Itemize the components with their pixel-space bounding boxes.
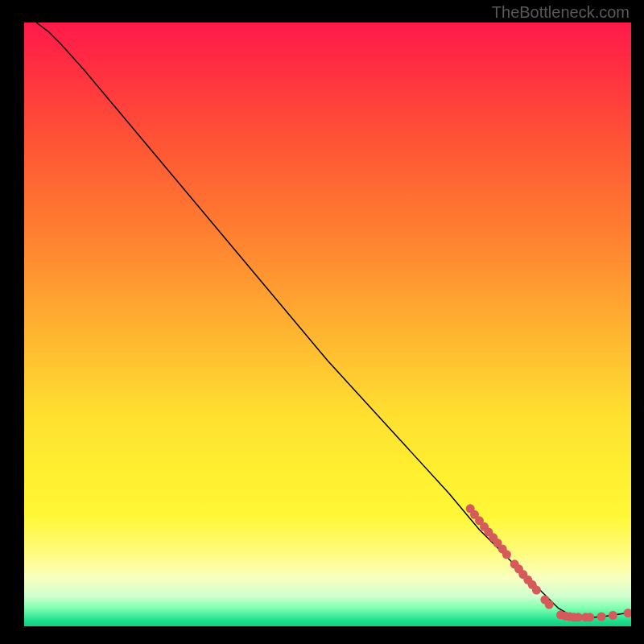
data-point (502, 550, 511, 559)
chart-plot-area (24, 23, 631, 626)
bottleneck-curve (36, 23, 631, 617)
data-point (597, 613, 606, 621)
scatter-points-group (466, 504, 631, 621)
data-point (585, 613, 594, 621)
data-point (609, 611, 617, 620)
data-point (532, 586, 541, 595)
watermark-text: TheBottleneck.com (492, 3, 630, 22)
data-point (545, 601, 554, 609)
chart-svg (24, 23, 631, 626)
data-point (624, 609, 631, 617)
